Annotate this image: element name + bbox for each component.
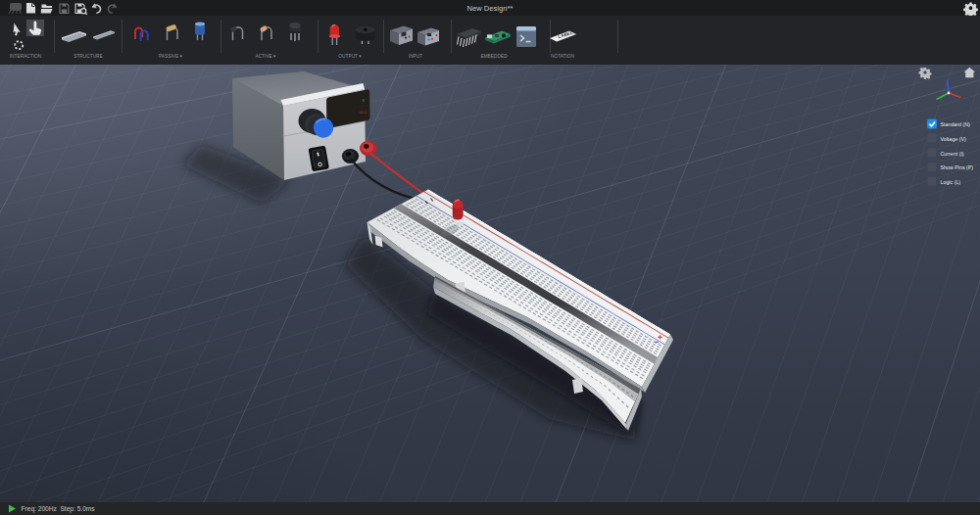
svg-text:OUTPUT ▾: OUTPUT ▾ — [338, 54, 362, 59]
svg-text:New Design**: New Design** — [467, 4, 514, 13]
svg-text:EMBEDDED: EMBEDDED — [480, 54, 508, 59]
svg-text:Standard (N): Standard (N) — [941, 121, 971, 127]
svg-text:STRUCTURE: STRUCTURE — [74, 54, 103, 59]
svg-text:NOTATION: NOTATION — [551, 54, 575, 59]
svg-text:Logic (L): Logic (L) — [941, 179, 961, 185]
svg-text:PASSIVE ▾: PASSIVE ▾ — [159, 54, 183, 59]
svg-text:Freq: 200Hz Step: 5.0ms: Freq: 200Hz Step: 5.0ms — [22, 505, 96, 513]
svg-text:INTERACTION: INTERACTION — [10, 54, 42, 59]
svg-text:Current (I): Current (I) — [941, 151, 964, 157]
svg-text:Voltage (V): Voltage (V) — [941, 136, 966, 142]
svg-text:ACTIVE ▾: ACTIVE ▾ — [255, 54, 276, 59]
svg-text:Show Pins (P): Show Pins (P) — [941, 164, 974, 170]
svg-text:INPUT: INPUT — [409, 54, 422, 59]
